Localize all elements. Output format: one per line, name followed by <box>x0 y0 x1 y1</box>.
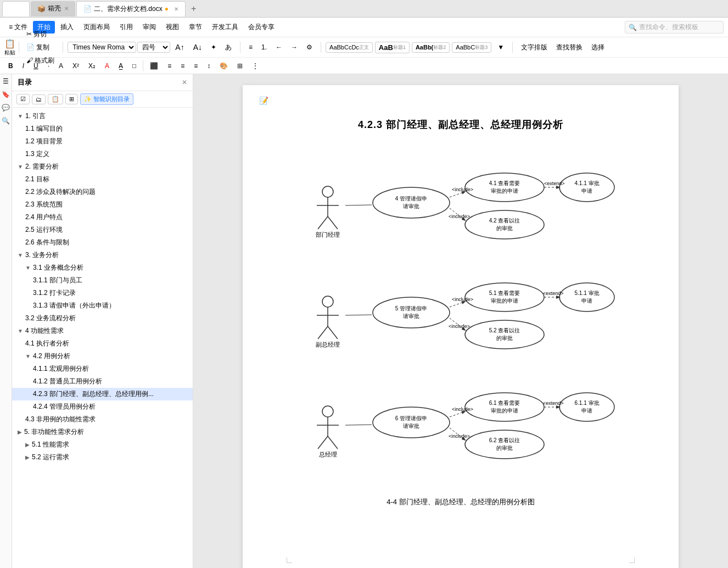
toc-item-s23[interactable]: 2.3 系统范围 <box>12 198 193 211</box>
paste-btn[interactable]: 📋 粘贴 <box>4 38 15 57</box>
phonetic-btn[interactable]: あ <box>221 41 236 54</box>
toc-item-s42[interactable]: ▼ 4.2 用例分析 <box>12 350 193 363</box>
toc-item-s2[interactable]: ▼ 2. 需要分析 <box>12 160 193 173</box>
tab-box-close[interactable]: ✕ <box>64 5 69 12</box>
sidebar-action-btn3[interactable]: 📋 <box>48 94 63 104</box>
toc-item-s5[interactable]: ▶ 5. 非功能性需求分析 <box>12 426 193 438</box>
tab-add-button[interactable]: + <box>187 4 200 14</box>
toc-item-s312[interactable]: 3.1.2 打卡记录 <box>12 287 193 299</box>
border-btn[interactable]: □ <box>128 60 140 71</box>
toc-item-s31[interactable]: ▼ 3.1 业务概念分析 <box>12 261 193 274</box>
menu-insert[interactable]: 插入 <box>56 21 78 34</box>
paragraph-group: ≡ 1. ← → ⚙ <box>245 42 316 53</box>
italic-btn[interactable]: I <box>19 60 28 71</box>
toc-item-s13[interactable]: 1.3 定义 <box>12 148 193 160</box>
toc-item-s26[interactable]: 2.6 条件与限制 <box>12 236 193 249</box>
font-name-select[interactable]: Times New Roma <box>68 42 136 53</box>
align-left-btn[interactable]: ⬛ <box>146 60 162 71</box>
text-arrange-btn[interactable]: 文字排版 <box>517 41 551 54</box>
font-shrink-btn[interactable]: A↓ <box>189 41 206 53</box>
tab-doc[interactable]: 📄 二、需求分析文档.docx ● ✕ <box>76 1 186 16</box>
toc-item-s423[interactable]: 4.2.3 部门经理、副总经理、总经理用例... <box>12 388 193 400</box>
search-side-icon[interactable]: 🔍 <box>2 117 10 125</box>
indent-left-btn[interactable]: ← <box>272 42 286 53</box>
copy-btn[interactable]: 📄 复制 <box>23 41 58 54</box>
toc-item-s41[interactable]: 4.1 执行者分析 <box>12 337 193 350</box>
menu-dev[interactable]: 开发工具 <box>208 21 243 34</box>
nav-icon[interactable]: ☰ <box>3 77 9 85</box>
toc-item-s22[interactable]: 2.2 涉众及待解决的问题 <box>12 186 193 198</box>
toc-item-s4[interactable]: ▼ 4 功能性需求 <box>12 325 193 337</box>
comment-icon[interactable]: 💬 <box>2 104 10 112</box>
style-h1[interactable]: AaB 标题1 <box>375 42 410 53</box>
border2-btn[interactable]: ⊞ <box>233 60 247 71</box>
sidebar-action-btn2[interactable]: 🗂 <box>32 94 46 104</box>
font-color-btn[interactable]: A <box>55 60 67 71</box>
toc-label-s41: 4.1 执行者分析 <box>25 339 69 348</box>
ai-toc-btn[interactable]: ✨ 智能识别目录 <box>80 93 133 105</box>
font-size-select[interactable]: 四号 <box>137 42 170 53</box>
menu-reference[interactable]: 引用 <box>115 21 137 34</box>
col-layout-btn[interactable]: ⋮ <box>248 60 262 71</box>
select-btn[interactable]: 选择 <box>587 41 608 54</box>
toc-item-s313[interactable]: 3.1.3 请假申请（外出申请） <box>12 299 193 312</box>
toc-item-s52[interactable]: ▶ 5.2 运行需求 <box>12 451 193 464</box>
clear-format-btn[interactable]: ✦ <box>207 42 220 53</box>
align-right-btn[interactable]: ≡ <box>177 60 188 71</box>
bold-btn[interactable]: B <box>4 60 17 71</box>
toc-label-s424: 4.2.4 管理员用例分析 <box>33 402 96 411</box>
find-replace-btn[interactable]: 查找替换 <box>552 41 586 54</box>
justify-btn[interactable]: ≡ <box>190 60 201 71</box>
tab-home[interactable]: 首页 <box>2 1 30 16</box>
bookmark-icon[interactable]: 🔖 <box>2 91 10 98</box>
page-corner-bl <box>287 558 292 563</box>
style-normal[interactable]: AaBbCcDc 正文 <box>326 42 373 53</box>
doc-area[interactable]: 📝 4.2.3 部门经理、副总经理、总经理用例分析 部门经理 <box>193 74 728 568</box>
menu-member[interactable]: 会员专享 <box>244 21 279 34</box>
toc-item-s422[interactable]: 4.1.2 普通员工用例分析 <box>12 375 193 388</box>
strikethrough-btn[interactable]: · <box>44 60 53 71</box>
align-btn[interactable]: ⚙ <box>303 42 316 53</box>
align-center-btn[interactable]: ≡ <box>164 60 175 71</box>
styles-more-btn[interactable]: ▼ <box>494 42 508 53</box>
toc-item-s421[interactable]: 4.1.1 宏观用例分析 <box>12 363 193 375</box>
menu-view[interactable]: 视图 <box>161 21 183 34</box>
toc-item-s21[interactable]: 2.1 目标 <box>12 173 193 186</box>
subscript-btn[interactable]: X₂ <box>85 60 99 71</box>
line-spacing-btn[interactable]: ↕ <box>203 60 214 71</box>
style-h3[interactable]: AaBbC 标题3 <box>452 42 491 53</box>
superscript-btn[interactable]: X² <box>69 60 83 71</box>
font-grow-btn[interactable]: A↑ <box>171 41 188 53</box>
underline-btn[interactable]: U <box>30 60 42 71</box>
toc-item-s32[interactable]: 3.2 业务流程分析 <box>12 312 193 325</box>
shading-btn[interactable]: 🎨 <box>216 60 232 71</box>
toc-item-s424[interactable]: 4.2.4 管理员用例分析 <box>12 400 193 413</box>
menu-review[interactable]: 审阅 <box>138 21 160 34</box>
menu-chapter[interactable]: 章节 <box>184 21 206 34</box>
tab-doc-close[interactable]: ✕ <box>174 6 178 12</box>
indent-right-btn[interactable]: → <box>287 42 301 53</box>
sidebar-action-btn4[interactable]: ⊞ <box>65 94 78 104</box>
list-bullet-btn[interactable]: ≡ <box>245 42 256 53</box>
toc-item-s1[interactable]: ▼ 1. 引言 <box>12 110 193 122</box>
toc-item-s43[interactable]: 4.3 非用例的功能性需求 <box>12 413 193 426</box>
toc-item-s311[interactable]: 3.1.1 部门与员工 <box>12 274 193 287</box>
list-number-btn[interactable]: 1. <box>257 42 271 53</box>
style-h2[interactable]: AaBb( 标题2 <box>412 42 450 53</box>
search-bar[interactable]: 🔍 查找命令、搜索模板 <box>625 21 724 34</box>
font-color2-btn[interactable]: A <box>101 60 113 71</box>
toc-item-s12[interactable]: 1.2 项目背景 <box>12 135 193 148</box>
toc-item-s3[interactable]: ▼ 3. 业务分析 <box>12 249 193 261</box>
highlight-btn[interactable]: A̲ <box>115 60 127 71</box>
toc-item-s24[interactable]: 2.4 用户特点 <box>12 211 193 224</box>
sep2 <box>63 42 63 53</box>
toc-item-s11[interactable]: 1.1 编写目的 <box>12 122 193 135</box>
cut-btn[interactable]: ✂ 剪切 <box>23 28 58 41</box>
tab-box[interactable]: 📦 箱壳 ✕ <box>31 1 75 16</box>
sidebar-close-btn[interactable]: ✕ <box>182 79 187 86</box>
menu-page-layout[interactable]: 页面布局 <box>79 21 114 34</box>
sidebar-action-btn1[interactable]: ☑ <box>16 94 30 104</box>
toc-item-s25[interactable]: 2.5 运行环境 <box>12 224 193 236</box>
toc-item-s51[interactable]: ▶ 5.1 性能需求 <box>12 438 193 451</box>
toc-label-s313: 3.1.3 请假申请（外出申请） <box>33 301 115 310</box>
